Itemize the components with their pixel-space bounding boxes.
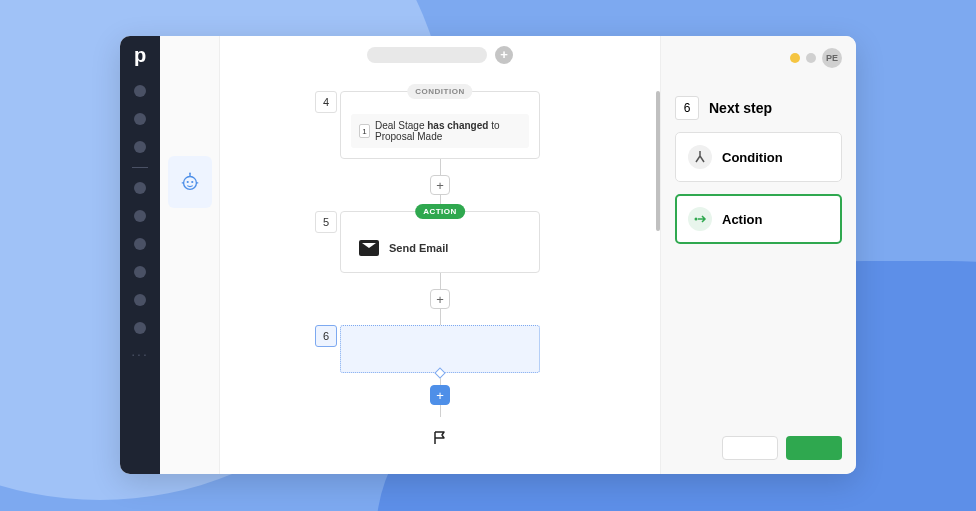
svg-point-7 <box>695 218 698 221</box>
panel-title: Next step <box>709 100 772 116</box>
condition-node[interactable]: 4 CONDITION 1 Deal Stage has changed to … <box>340 91 540 159</box>
action-node[interactable]: 5 ACTION Send Email <box>340 211 540 273</box>
branch-icon <box>688 145 712 169</box>
side-panel: PE 6 Next step Condition Action <box>660 36 856 474</box>
condition-text: Deal Stage <box>375 120 427 131</box>
topbar: + <box>220 46 660 64</box>
action-label: Send Email <box>389 242 448 254</box>
status-dot[interactable] <box>806 53 816 63</box>
add-step-button[interactable]: + <box>430 175 450 195</box>
placeholder-node[interactable]: 6 <box>340 325 540 373</box>
end-flag-icon <box>431 429 449 447</box>
add-step-button[interactable]: + <box>430 289 450 309</box>
cancel-button[interactable] <box>722 436 778 460</box>
svg-point-1 <box>186 181 188 183</box>
option-label: Condition <box>722 150 783 165</box>
search-input[interactable] <box>367 47 487 63</box>
confirm-button[interactable] <box>786 436 842 460</box>
header-controls: PE <box>790 48 842 68</box>
connector-line <box>440 405 441 417</box>
option-action[interactable]: Action <box>675 194 842 244</box>
action-pill: ACTION <box>415 204 465 219</box>
svg-point-4 <box>189 172 191 174</box>
condition-content: 1 Deal Stage has changed to Proposal Mad… <box>351 114 529 148</box>
workflow-canvas[interactable]: + 4 CONDITION 1 Deal Stage has changed t… <box>220 36 660 474</box>
nav-item[interactable] <box>134 294 146 306</box>
action-content: Send Email <box>351 234 529 262</box>
nav-item[interactable] <box>134 182 146 194</box>
condition-bold: has changed <box>427 120 488 131</box>
step-number: 5 <box>315 211 337 233</box>
condition-index: 1 <box>359 124 370 138</box>
nav-item[interactable] <box>134 85 146 97</box>
logo: p <box>134 44 146 67</box>
step-number: 6 <box>315 325 337 347</box>
main-nav-rail: p ··· <box>120 36 160 474</box>
option-condition[interactable]: Condition <box>675 132 842 182</box>
add-button[interactable]: + <box>495 46 513 64</box>
add-step-primary-button[interactable]: + <box>430 385 450 405</box>
more-icon[interactable]: ··· <box>131 346 149 362</box>
nav-item[interactable] <box>134 113 146 125</box>
nav-item[interactable] <box>134 210 146 222</box>
nav-item[interactable] <box>134 322 146 334</box>
app-window: p ··· + <box>120 36 856 474</box>
panel-header: 6 Next step <box>675 96 842 120</box>
automation-tool[interactable] <box>168 156 212 208</box>
divider <box>132 167 148 168</box>
step-number: 4 <box>315 91 337 113</box>
connector-line <box>440 309 441 325</box>
connector-line <box>440 159 441 175</box>
action-icon <box>688 207 712 231</box>
connector-line <box>440 273 441 289</box>
nav-item[interactable] <box>134 238 146 250</box>
condition-pill: CONDITION <box>407 84 472 99</box>
step-number: 6 <box>675 96 699 120</box>
nav-item[interactable] <box>134 266 146 278</box>
mail-icon <box>359 240 379 256</box>
panel-footer <box>675 436 842 460</box>
nav-item[interactable] <box>134 141 146 153</box>
svg-point-0 <box>183 177 196 190</box>
avatar[interactable]: PE <box>822 48 842 68</box>
option-label: Action <box>722 212 762 227</box>
robot-icon <box>179 171 201 193</box>
flow-column: 4 CONDITION 1 Deal Stage has changed to … <box>315 91 565 447</box>
status-dot[interactable] <box>790 53 800 63</box>
tool-rail <box>160 36 220 474</box>
svg-point-2 <box>191 181 193 183</box>
